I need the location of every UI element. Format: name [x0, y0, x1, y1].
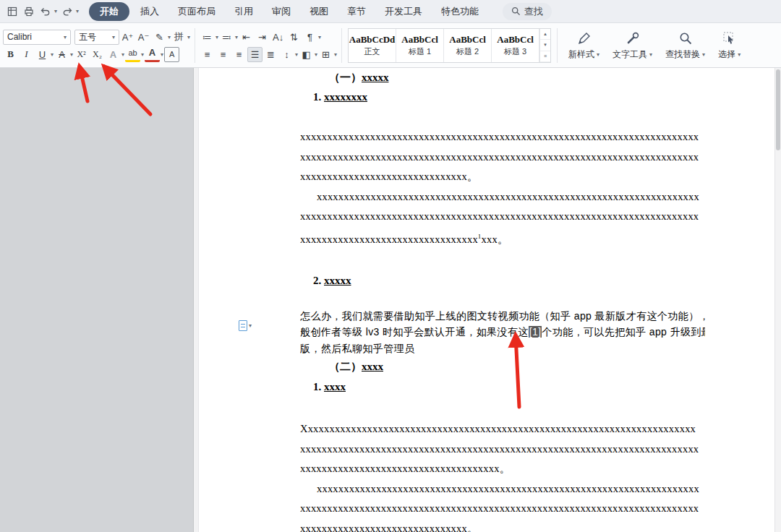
- doc-subheading-1: 1. xxxxxxxx: [313, 90, 705, 104]
- tab-special-features[interactable]: 特色功能: [433, 2, 487, 21]
- font-name-select[interactable]: Calibri ▾: [3, 30, 71, 45]
- text-direction-icon[interactable]: ⇅: [286, 30, 302, 45]
- text-effects-dropdown-icon[interactable]: ▾: [168, 34, 171, 40]
- scrollbar-thumb[interactable]: [776, 69, 780, 150]
- show-paragraph-marks-icon[interactable]: ¶: [302, 30, 317, 45]
- increase-indent-icon[interactable]: ⇥: [255, 30, 270, 45]
- styles-scroll-up-icon[interactable]: ▴: [540, 29, 550, 40]
- text-line: xxxxxxxxxxxxxxxxxxxxxxxxxxxxxxxxxxxxxxxx…: [300, 479, 705, 499]
- print-preview-icon[interactable]: [22, 5, 35, 18]
- character-border-button[interactable]: A: [164, 47, 179, 62]
- decrease-font-size-icon[interactable]: A⁻: [136, 30, 151, 45]
- text-effect-dropdown-icon[interactable]: ▾: [121, 51, 124, 58]
- increase-font-size-icon[interactable]: A⁺: [120, 30, 135, 45]
- borders-dropdown-icon[interactable]: ▾: [334, 51, 337, 58]
- shading-icon[interactable]: ◧: [299, 47, 314, 62]
- style-name: 标题 3: [504, 46, 526, 57]
- heading-prefix: （二）: [329, 361, 362, 372]
- menu-tabs: 开始 插入 页面布局 引用 审阅 视图 章节 开发工具 特色功能: [89, 2, 487, 21]
- undo-icon[interactable]: [39, 5, 52, 18]
- heading-text: xxxx: [324, 381, 346, 392]
- tab-developer-tools[interactable]: 开发工具: [377, 2, 430, 21]
- font-color-dropdown-icon[interactable]: ▾: [161, 51, 163, 58]
- text-run: xxx。: [482, 233, 508, 244]
- search-box[interactable]: 查找: [503, 3, 552, 20]
- text-tools-dropdown-icon: ▾: [649, 51, 652, 58]
- find-replace-label: 查找替换: [665, 48, 700, 61]
- numbered-list-dropdown-icon[interactable]: ▾: [235, 34, 238, 40]
- align-right-icon[interactable]: ≡: [231, 47, 247, 62]
- heading-text: xxxxx: [324, 275, 351, 286]
- document-body: （一）xxxxx 1. xxxxxxxx xxxxxxxxxxxxxxxxxxx…: [300, 68, 705, 532]
- bullet-list-icon[interactable]: ≔: [200, 30, 215, 45]
- redo-dropdown-icon[interactable]: ▾: [76, 8, 79, 14]
- styles-scroll-down-icon[interactable]: ▾: [540, 40, 550, 51]
- heading-prefix: 1.: [313, 381, 324, 392]
- text-sort-icon[interactable]: A↓: [270, 30, 286, 45]
- decrease-indent-icon[interactable]: ⇤: [239, 30, 254, 45]
- style-heading-1[interactable]: AaBbCcl 标题 1: [396, 29, 444, 62]
- text-line: 怎么办，我们就需要借助知乎上线的图文转视频功能（知乎 app 最新版才有这个功能…: [300, 308, 705, 325]
- distribute-text-icon[interactable]: ≣: [263, 47, 278, 62]
- text-effects-icon[interactable]: ✎: [152, 30, 167, 45]
- shading-dropdown-icon[interactable]: ▾: [315, 51, 317, 58]
- line-spacing-dropdown-icon[interactable]: ▾: [295, 51, 298, 58]
- align-center-icon[interactable]: ≡: [215, 47, 231, 62]
- navigation-pane[interactable]: [0, 68, 193, 532]
- text-line: xxxxxxxxxxxxxxxxxxxxxxxxxxxxxxxxxxxxxxxx…: [300, 187, 705, 207]
- subscript-button[interactable]: X₂: [90, 47, 105, 62]
- undo-dropdown-icon[interactable]: ▾: [54, 8, 57, 14]
- tab-insert[interactable]: 插入: [132, 2, 167, 21]
- bullet-list-dropdown-icon[interactable]: ▾: [215, 34, 218, 40]
- bold-button[interactable]: B: [3, 47, 18, 62]
- superscript-button[interactable]: X²: [74, 47, 89, 62]
- pinyin-guide-icon[interactable]: 拼: [171, 30, 187, 45]
- text-tools-button[interactable]: 文字工具 ▾: [606, 25, 659, 66]
- tab-home[interactable]: 开始: [89, 2, 129, 21]
- underline-dropdown-icon[interactable]: ▾: [51, 51, 54, 58]
- select-button[interactable]: 选择 ▾: [712, 25, 747, 66]
- style-heading-2[interactable]: AaBbCcl 标题 2: [444, 29, 492, 62]
- font-name-value: Calibri: [7, 32, 32, 42]
- document-page[interactable]: ▾ （一）xxxxx 1. xxxxxxxx xxxxxxxxxxxxxxxxx…: [199, 68, 781, 532]
- paragraph-marks-dropdown-icon[interactable]: ▾: [318, 34, 321, 40]
- vertical-scrollbar[interactable]: [774, 68, 781, 532]
- text-line: 般创作者等级 lv3 时知乎会默认开通，如果没有这[1]个功能，可以先把知乎 a…: [300, 324, 705, 340]
- numbered-list-icon[interactable]: ≕: [219, 30, 234, 45]
- highlight-dropdown-icon[interactable]: ▾: [141, 51, 144, 58]
- styles-gallery-scroll: ▴ ▾ ≡: [539, 29, 550, 62]
- ribbon-divider: [341, 28, 342, 63]
- style-heading-3[interactable]: AaBbCcl 标题 3: [492, 29, 539, 62]
- pinyin-dropdown-icon[interactable]: ▾: [187, 34, 190, 40]
- highlight-color-button[interactable]: ab: [125, 47, 140, 62]
- find-replace-button[interactable]: 查找替换 ▾: [659, 25, 712, 66]
- font-color-button[interactable]: A: [145, 47, 160, 62]
- text-line: xxxxxxxxxxxxxxxxxxxxxxxxxxxxxxxxxxxxxxxx…: [300, 147, 705, 168]
- strikethrough-button[interactable]: A: [54, 47, 69, 62]
- pane-splitter[interactable]: [193, 68, 199, 532]
- tab-page-layout[interactable]: 页面布局: [170, 2, 223, 21]
- style-normal[interactable]: AaBbCcDd 正文: [349, 29, 396, 62]
- style-marker-icon: [239, 320, 247, 331]
- text-effect-button[interactable]: A: [106, 47, 121, 62]
- line-spacing-icon[interactable]: ↕: [279, 47, 294, 62]
- doc-subheading-3: 1. xxxx: [313, 379, 705, 394]
- styles-more-icon[interactable]: ≡: [540, 51, 550, 62]
- font-size-select[interactable]: 五号 ▾: [74, 30, 119, 45]
- tab-view[interactable]: 视图: [302, 2, 336, 21]
- underline-button[interactable]: U: [35, 47, 50, 62]
- paragraph-style-marker[interactable]: ▾: [239, 320, 252, 331]
- new-style-button[interactable]: 新样式 ▾: [562, 25, 606, 66]
- strikethrough-dropdown-icon[interactable]: ▾: [70, 51, 73, 58]
- tab-references[interactable]: 引用: [226, 2, 261, 21]
- paragraph-3: Xxxxxxxxxxxxxxxxxxxxxxxxxxxxxxxxxxxxxxxx…: [300, 419, 705, 479]
- justify-icon[interactable]: ☰: [247, 47, 263, 62]
- app-menu-icon[interactable]: [6, 5, 19, 18]
- redo-icon[interactable]: [61, 5, 74, 18]
- tab-review[interactable]: 审阅: [264, 2, 299, 21]
- align-left-icon[interactable]: ≡: [200, 47, 215, 62]
- tab-section[interactable]: 章节: [339, 2, 374, 21]
- borders-icon[interactable]: ⊞: [318, 47, 333, 62]
- citation-reference[interactable]: [1]: [529, 326, 542, 338]
- italic-button[interactable]: I: [19, 47, 34, 62]
